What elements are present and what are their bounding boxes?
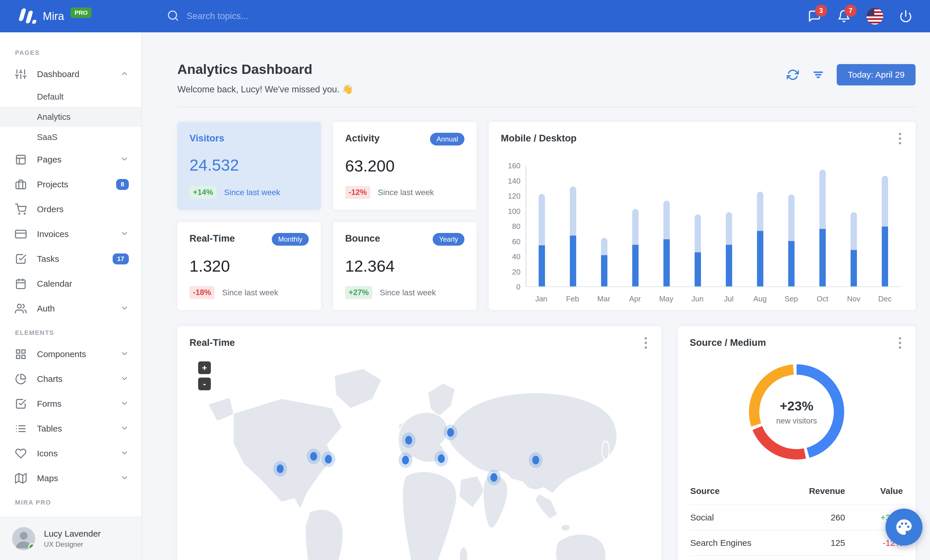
map-zoom-in-button[interactable]: +: [198, 361, 211, 374]
language-flag-us-icon[interactable]: [867, 8, 883, 25]
sidebar-item-label: Maps: [37, 473, 120, 483]
sidebar-item-label: Tasks: [37, 254, 112, 264]
sidebar-subitem-default[interactable]: Default: [0, 87, 142, 107]
table-header-row: Source Revenue Value: [690, 479, 904, 505]
bar-jan[interactable]: [526, 166, 557, 286]
bar-feb[interactable]: [557, 166, 589, 286]
map-marker[interactable]: [402, 456, 409, 465]
pro-badge: PRO: [71, 8, 92, 18]
sidebar-subitem-analytics[interactable]: Analytics: [0, 107, 142, 127]
map-marker[interactable]: [438, 454, 445, 463]
sidebar-subitem-saas[interactable]: SaaS: [0, 127, 142, 147]
filter-button[interactable]: [811, 68, 825, 82]
stacked-bar: [851, 212, 857, 286]
bar-mar[interactable]: [589, 166, 620, 286]
source-medium-table: Source Revenue ValueSocial 260 +35%Searc…: [690, 479, 904, 560]
brand[interactable]: Mira PRO: [0, 7, 142, 25]
bar-jul[interactable]: [713, 166, 745, 286]
bar-segment-desktop: [757, 192, 763, 231]
bar-segment-mobile: [851, 250, 857, 286]
sidebar-item-charts[interactable]: Charts: [0, 367, 142, 391]
search-input[interactable]: [186, 11, 389, 21]
header-divider: [177, 107, 916, 107]
chevron-down-icon: [120, 349, 129, 358]
refresh-button[interactable]: [786, 68, 800, 82]
bar-nov[interactable]: [838, 166, 869, 286]
chevron-down-icon: [120, 374, 129, 383]
stats-grid: Visitors 24.532 +14% Since last week Act…: [177, 122, 916, 310]
sidebar: PAGESDashboardDefaultAnalyticsSaaSPagesP…: [0, 32, 142, 560]
sidebar-section-label: ELEMENTS: [0, 321, 142, 342]
map-marker[interactable]: [447, 428, 454, 437]
bar-sep[interactable]: [776, 166, 807, 286]
map-marker[interactable]: [325, 455, 332, 463]
chart-menu-button[interactable]: [894, 132, 906, 146]
map-marker[interactable]: [277, 465, 283, 473]
theme-settings-fab[interactable]: [885, 509, 922, 546]
messages-button[interactable]: 3: [808, 9, 821, 23]
sidebar-item-auth[interactable]: Auth: [0, 296, 142, 321]
user-name: Lucy Lavender: [44, 529, 101, 539]
stat-note: Since last week: [380, 288, 436, 297]
map-zoom-out-button[interactable]: -: [198, 377, 211, 390]
stat-period-badge[interactable]: Monthly: [272, 233, 309, 245]
today-button[interactable]: Today: April 29: [837, 64, 916, 86]
bar-may[interactable]: [651, 166, 682, 286]
sidebar-item-maps[interactable]: Maps: [0, 466, 142, 491]
bar-apr[interactable]: [620, 166, 651, 286]
y-axis-tick-label: 40: [501, 252, 520, 261]
stacked-bar: [882, 176, 888, 286]
x-axis-label: May: [651, 295, 682, 304]
stat-value: 12.364: [345, 256, 464, 275]
sign-out-button[interactable]: [899, 9, 913, 23]
sidebar-item-orders[interactable]: Orders: [0, 197, 142, 222]
notifications-button[interactable]: 7: [837, 9, 851, 23]
sidebar-item-tables[interactable]: Tables: [0, 416, 142, 441]
chart-title: Mobile / Desktop: [501, 133, 904, 144]
sidebar-item-components[interactable]: Components: [0, 342, 142, 367]
bar-segment-desktop: [694, 215, 701, 252]
map-marker[interactable]: [405, 436, 412, 445]
source-medium-menu-button[interactable]: [894, 336, 906, 350]
table-row[interactable]: Direct 164 +46%: [690, 555, 904, 560]
sidebar-item-calendar[interactable]: Calendar: [0, 272, 142, 296]
stat-period-badge[interactable]: Yearly: [433, 233, 464, 245]
bar-aug[interactable]: [745, 166, 776, 286]
map-marker[interactable]: [310, 452, 317, 461]
chevron-down-icon: [120, 399, 129, 409]
chevron-down-icon: [120, 304, 129, 313]
cell-source: Social: [690, 512, 784, 522]
y-axis-tick-label: 120: [501, 192, 520, 200]
sidebar-item-label: Auth: [37, 304, 120, 313]
stat-period-badge[interactable]: Annual: [430, 133, 464, 146]
y-axis-tick-label: 0: [501, 282, 520, 291]
stat-delta-badge: -18%: [189, 286, 215, 299]
col-header-value: Value: [845, 486, 903, 496]
sidebar-item-invoices[interactable]: Invoices: [0, 222, 142, 247]
bar-dec[interactable]: [869, 166, 901, 286]
donut-center-label: new visitors: [776, 417, 817, 425]
map-marker[interactable]: [532, 456, 539, 465]
bar-oct[interactable]: [807, 166, 838, 286]
sidebar-item-forms[interactable]: Forms: [0, 391, 142, 416]
bar-segment-mobile: [788, 241, 795, 287]
map-marker[interactable]: [490, 473, 497, 482]
sidebar-item-icons[interactable]: Icons: [0, 441, 142, 466]
sidebar-item-tasks[interactable]: Tasks17: [0, 247, 142, 272]
sidebar-item-label: Orders: [37, 204, 129, 214]
chevron-down-icon: [120, 399, 129, 408]
map-menu-button[interactable]: [640, 336, 651, 350]
stat-card-bounce: Bounce Yearly 12.364 +27% Since last wee…: [333, 222, 477, 310]
mira-logo-icon: [18, 7, 36, 25]
x-axis-label: Oct: [807, 295, 838, 304]
bar-jun[interactable]: [682, 166, 713, 286]
world-map[interactable]: + -: [189, 357, 649, 560]
bar-segment-desktop: [570, 186, 576, 236]
sidebar-item-pages[interactable]: Pages: [0, 147, 142, 172]
sidebar-item-projects[interactable]: Projects8: [0, 172, 142, 197]
sidebar-item-dashboard[interactable]: Dashboard: [0, 62, 142, 87]
table-row[interactable]: Search Engines 125 -12%: [690, 530, 904, 555]
sidebar-user[interactable]: Lucy Lavender UX Designer: [0, 517, 142, 560]
table-row[interactable]: Social 260 +35%: [690, 505, 904, 530]
sidebar-nav: PAGESDashboardDefaultAnalyticsSaaSPagesP…: [0, 32, 142, 517]
